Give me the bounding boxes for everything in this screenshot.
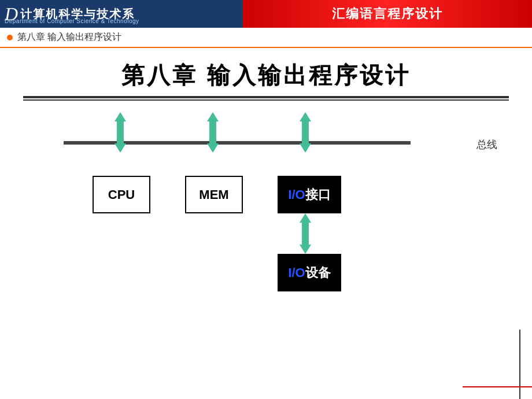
cpu-double-arrow — [114, 112, 126, 153]
logo-sub: Department of Computer Science & Technol… — [5, 18, 139, 24]
io-device-arrow-down-icon — [300, 245, 311, 254]
io-interface-arrow-top — [300, 112, 311, 153]
bus-label: 总线 — [476, 138, 497, 152]
cpu-label: CPU — [108, 187, 135, 202]
io-device-name-text: 设备 — [305, 264, 331, 282]
io-device-arrow — [300, 213, 311, 254]
mem-double-arrow — [207, 112, 219, 153]
breadcrumb-text: 第八章 输入输出程序设计 — [17, 31, 121, 43]
corner-v-line — [519, 330, 520, 399]
title-underline — [23, 96, 509, 98]
io-device-arrow-up-icon — [300, 213, 311, 223]
io-device-box: I/O 设备 — [278, 254, 341, 291]
mem-box: MEM — [185, 176, 243, 213]
cpu-arrow — [114, 112, 126, 153]
mem-arrow — [207, 112, 219, 153]
header-left: D 计算机科学与技术系 Department of Computer Scien… — [0, 0, 243, 28]
io-device-io-text: I/O — [288, 265, 305, 280]
diagram: CPU MEM — [64, 112, 468, 309]
main-content: 第八章 输入输出程序设计 总线 CPU — [0, 48, 532, 320]
slide: D 计算机科学与技术系 Department of Computer Scien… — [0, 0, 532, 399]
mem-arrow-down-icon — [207, 143, 219, 153]
cpu-arrow-down-icon — [114, 143, 126, 153]
chapter-title: 第八章 输入输出程序设计 — [23, 60, 509, 91]
breadcrumb-dot-icon — [7, 35, 13, 40]
io-device-double-arrow — [300, 213, 311, 254]
io-interface-arrow-body — [302, 121, 309, 143]
header-title: 汇编语言程序设计 — [332, 5, 443, 23]
header-right: 汇编语言程序设计 — [243, 0, 532, 28]
io-interface-arrow-up-icon — [300, 112, 311, 121]
header: D 计算机科学与技术系 Department of Computer Scien… — [0, 0, 532, 28]
corner-h-line — [463, 386, 532, 387]
io-interface-name-text: 接口 — [305, 186, 331, 204]
io-device-arrow-body — [302, 223, 309, 245]
cpu-arrow-body — [117, 121, 124, 143]
mem-label: MEM — [199, 187, 228, 202]
mem-arrow-body — [209, 121, 216, 143]
mem-arrow-up-icon — [207, 112, 219, 121]
cpu-box: CPU — [93, 176, 150, 213]
cpu-arrow-up-icon — [114, 112, 126, 121]
io-interface-double-arrow-top — [300, 112, 311, 153]
io-interface-arrow-down-icon — [300, 143, 311, 153]
title-underline2 — [23, 99, 509, 101]
io-interface-io-text: I/O — [288, 187, 305, 202]
io-interface-box: I/O 接口 — [278, 176, 341, 213]
breadcrumb: 第八章 输入输出程序设计 — [0, 28, 532, 48]
